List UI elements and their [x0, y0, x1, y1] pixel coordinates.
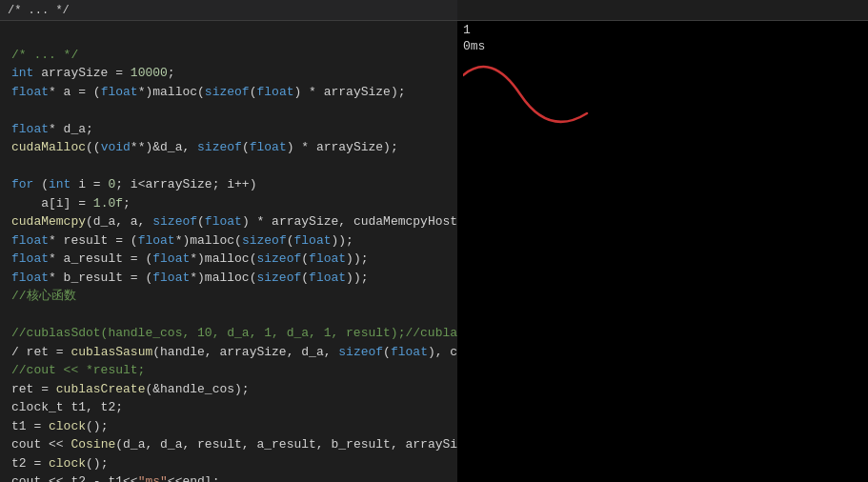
terminal-tab-bar	[457, 0, 868, 21]
terminal-line-number: 1	[463, 23, 862, 37]
app-window: /* ... */ /* ... */ int arraySize = 1000…	[0, 0, 868, 482]
terminal-content: 1 0ms	[463, 23, 862, 53]
code-scroll-area[interactable]: /* ... */ int arraySize = 10000; float* …	[0, 21, 457, 482]
code-line-comment: /* ... */	[11, 48, 78, 62]
terminal-output: 0ms	[463, 39, 862, 53]
code-editor-panel: /* ... */ /* ... */ int arraySize = 1000…	[0, 0, 457, 482]
terminal-panel: 1 0ms	[457, 0, 868, 482]
terminal-scroll-area[interactable]: 1 0ms	[457, 21, 868, 482]
editor-tab[interactable]: /* ... */	[8, 4, 70, 17]
editor-tab-bar: /* ... */	[0, 0, 457, 21]
code-content: /* ... */ int arraySize = 10000; float* …	[4, 23, 454, 482]
